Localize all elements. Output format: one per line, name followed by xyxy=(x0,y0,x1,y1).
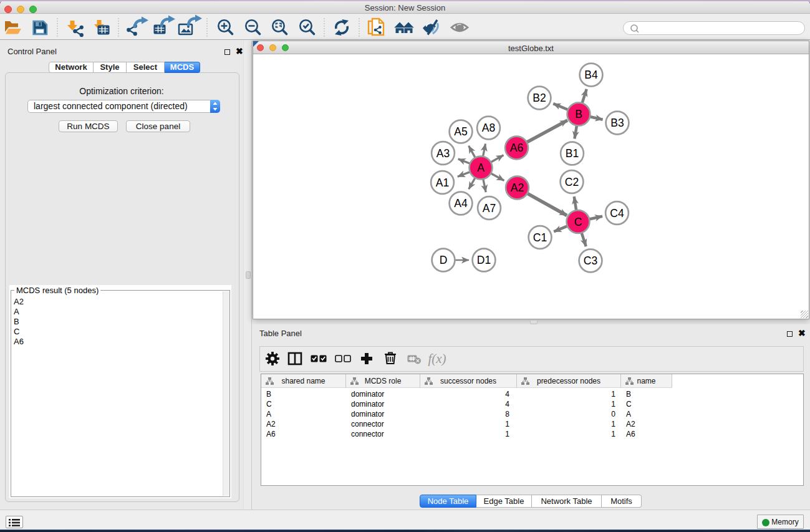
svg-text:C3: C3 xyxy=(584,254,597,267)
svg-text:A: A xyxy=(477,162,485,174)
svg-text:B2: B2 xyxy=(533,92,546,104)
svg-text:B4: B4 xyxy=(584,69,598,81)
svg-text:B3: B3 xyxy=(610,117,624,129)
svg-text:A4: A4 xyxy=(454,197,468,210)
svg-text:A1: A1 xyxy=(436,177,449,189)
svg-text:C2: C2 xyxy=(565,176,579,188)
svg-text:A2: A2 xyxy=(511,181,524,194)
svg-text:A6: A6 xyxy=(510,142,523,154)
svg-text:C: C xyxy=(574,216,582,228)
svg-text:A7: A7 xyxy=(483,202,496,215)
svg-text:f(x): f(x) xyxy=(428,351,446,366)
svg-text:D: D xyxy=(440,254,448,266)
svg-text:A8: A8 xyxy=(482,122,495,134)
svg-text:B: B xyxy=(575,108,582,120)
svg-text:A5: A5 xyxy=(454,125,467,138)
svg-text:A3: A3 xyxy=(436,147,450,160)
svg-text:C4: C4 xyxy=(610,207,624,220)
svg-text:D1: D1 xyxy=(477,254,491,266)
svg-text:B1: B1 xyxy=(566,147,579,160)
svg-text:C1: C1 xyxy=(533,231,547,244)
